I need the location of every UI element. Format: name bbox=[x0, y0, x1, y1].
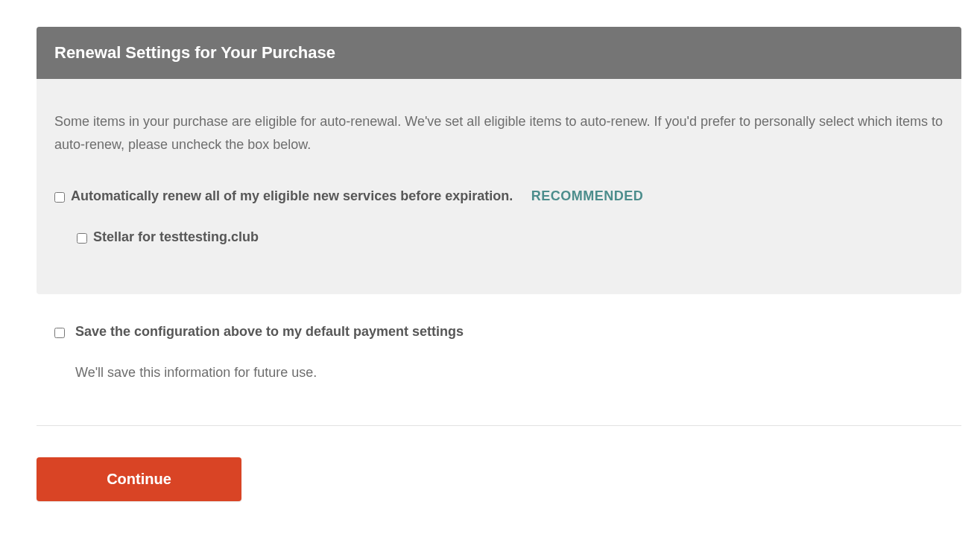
service-item-checkbox[interactable] bbox=[77, 233, 87, 244]
save-config-checkbox[interactable] bbox=[54, 328, 65, 338]
service-item-row: Stellar for testtesting.club bbox=[54, 229, 943, 245]
panel-body: Some items in your purchase are eligible… bbox=[37, 79, 961, 294]
save-config-note: We'll save this information for future u… bbox=[75, 365, 943, 381]
recommended-badge: RECOMMENDED bbox=[531, 188, 644, 203]
panel-title: Renewal Settings for Your Purchase bbox=[37, 27, 961, 79]
auto-renew-row: Automatically renew all of my eligible n… bbox=[54, 188, 943, 204]
intro-text: Some items in your purchase are eligible… bbox=[54, 110, 943, 156]
save-config-section: Save the configuration above to my defau… bbox=[37, 294, 961, 410]
save-config-row: Save the configuration above to my defau… bbox=[54, 324, 943, 340]
auto-renew-checkbox[interactable] bbox=[54, 192, 65, 203]
renewal-settings-panel: Renewal Settings for Your Purchase Some … bbox=[37, 27, 961, 294]
continue-button[interactable]: Continue bbox=[37, 457, 241, 501]
auto-renew-label: Automatically renew all of my eligible n… bbox=[71, 188, 513, 203]
save-config-label: Save the configuration above to my defau… bbox=[75, 324, 464, 340]
service-item-label: Stellar for testtesting.club bbox=[93, 229, 259, 245]
divider bbox=[37, 425, 961, 426]
